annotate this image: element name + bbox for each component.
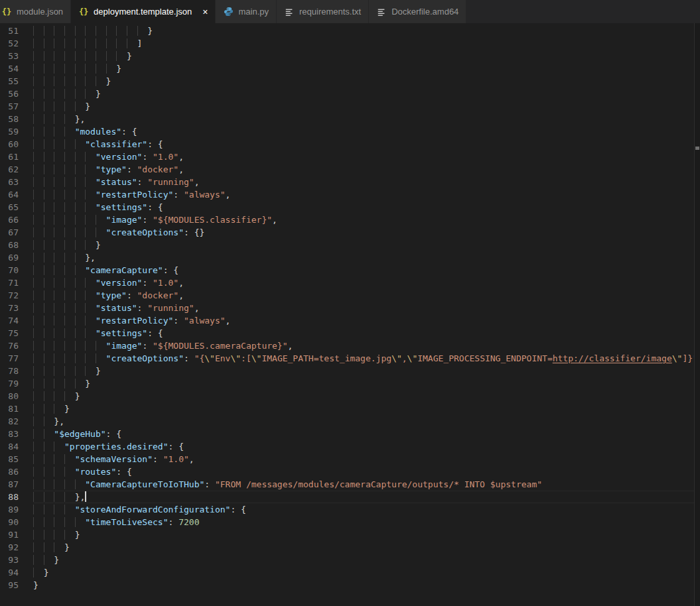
line-number[interactable]: 80 xyxy=(0,390,33,402)
code-line-76[interactable]: 76 "image": "${MODULES.cameraCapture}", xyxy=(0,339,700,352)
code-line-67[interactable]: 67 "createOptions": {} xyxy=(0,226,700,239)
line-number[interactable]: 61 xyxy=(0,151,33,163)
line-number[interactable]: 88 xyxy=(0,491,33,503)
code-line-53[interactable]: 53 } xyxy=(0,50,700,62)
code-line-84[interactable]: 84 "properties.desired": { xyxy=(0,440,700,453)
line-number[interactable]: 82 xyxy=(0,415,33,428)
code-line-95[interactable]: 95} xyxy=(0,579,700,591)
line-number[interactable]: 67 xyxy=(0,226,33,239)
link-text[interactable]: http://classifier/image xyxy=(553,353,672,363)
code-line-75[interactable]: 75 "settings": { xyxy=(0,327,700,339)
tab-requirements.txt[interactable]: requirements.txt xyxy=(277,0,369,23)
line-number[interactable]: 70 xyxy=(0,264,33,276)
tab-deployment.template.json[interactable]: {}deployment.template.json× xyxy=(71,0,216,23)
code-line-81[interactable]: 81 } xyxy=(0,402,700,415)
line-number[interactable]: 89 xyxy=(0,503,33,516)
code-line-82[interactable]: 82 }, xyxy=(0,415,700,428)
code-line-58[interactable]: 58 }, xyxy=(0,113,700,125)
code-line-52[interactable]: 52 ] xyxy=(0,37,700,50)
code-line-86[interactable]: 86 "routes": { xyxy=(0,465,700,478)
code-line-85[interactable]: 85 "schemaVersion": "1.0", xyxy=(0,453,700,465)
code-line-89[interactable]: 89 "storeAndForwardConfiguration": { xyxy=(0,503,700,516)
line-number[interactable]: 66 xyxy=(0,213,33,226)
code-line-79[interactable]: 79 } xyxy=(0,377,700,390)
code-line-83[interactable]: 83 "$edgeHub": { xyxy=(0,428,700,440)
tab-main.py[interactable]: main.py xyxy=(216,0,277,23)
code-line-60[interactable]: 60 "classifier": { xyxy=(0,138,700,151)
code-line-66[interactable]: 66 "image": "${MODULES.classifier}", xyxy=(0,213,700,226)
line-number[interactable]: 78 xyxy=(0,365,33,377)
code-line-63[interactable]: 63 "status": "running", xyxy=(0,176,700,188)
editor[interactable]: 51 }52 ]53 }54 }55 }56 }57 }58 },59 "mod… xyxy=(0,23,700,606)
line-number[interactable]: 83 xyxy=(0,428,33,440)
line-number[interactable]: 72 xyxy=(0,289,33,302)
code-line-62[interactable]: 62 "type": "docker", xyxy=(0,163,700,176)
line-number[interactable]: 74 xyxy=(0,314,33,327)
line-number[interactable]: 87 xyxy=(0,478,33,491)
tab-Dockerfile.amd64[interactable]: Dockerfile.amd64 xyxy=(369,0,466,23)
code-line-70[interactable]: 70 "cameraCapture": { xyxy=(0,264,700,276)
line-number[interactable]: 62 xyxy=(0,163,33,176)
line-number[interactable]: 76 xyxy=(0,339,33,352)
code-line-77[interactable]: 77 "createOptions": "{\"Env\":[\"IMAGE_P… xyxy=(0,352,700,365)
code-line-93[interactable]: 93 } xyxy=(0,554,700,566)
code-line-69[interactable]: 69 }, xyxy=(0,251,700,264)
code-line-54[interactable]: 54 } xyxy=(0,62,700,75)
code-line-72[interactable]: 72 "type": "docker", xyxy=(0,289,700,302)
line-number[interactable]: 77 xyxy=(0,352,33,365)
line-number[interactable]: 93 xyxy=(0,554,33,566)
code-token: } xyxy=(33,580,38,590)
code-line-92[interactable]: 92 } xyxy=(0,541,700,554)
line-number[interactable]: 90 xyxy=(0,516,33,528)
tab-module.json[interactable]: {}module.json xyxy=(0,0,71,23)
line-number[interactable]: 51 xyxy=(0,25,33,37)
code-line-68[interactable]: 68 } xyxy=(0,239,700,251)
code-line-51[interactable]: 51 } xyxy=(0,25,700,37)
code-line-61[interactable]: 61 "version": "1.0", xyxy=(0,151,700,163)
close-icon[interactable]: × xyxy=(202,7,208,17)
scrollbar[interactable] xyxy=(694,23,700,606)
line-number[interactable]: 92 xyxy=(0,541,33,554)
line-number[interactable]: 81 xyxy=(0,402,33,415)
code-line-56[interactable]: 56 } xyxy=(0,88,700,100)
line-number[interactable]: 65 xyxy=(0,201,33,213)
line-number[interactable]: 52 xyxy=(0,37,33,50)
code-line-57[interactable]: 57 } xyxy=(0,100,700,113)
code-line-88[interactable]: 88 }, xyxy=(0,491,700,503)
code-line-73[interactable]: 73 "status": "running", xyxy=(0,302,700,314)
line-number[interactable]: 71 xyxy=(0,276,33,289)
code-line-90[interactable]: 90 "timeToLiveSecs": 7200 xyxy=(0,516,700,528)
line-number[interactable]: 73 xyxy=(0,302,33,314)
code-line-71[interactable]: 71 "version": "1.0", xyxy=(0,276,700,289)
line-number[interactable]: 53 xyxy=(0,50,33,62)
line-number[interactable]: 59 xyxy=(0,125,33,138)
code-line-65[interactable]: 65 "settings": { xyxy=(0,201,700,213)
line-number[interactable]: 85 xyxy=(0,453,33,465)
code-line-91[interactable]: 91 } xyxy=(0,528,700,541)
code-line-74[interactable]: 74 "restartPolicy": "always", xyxy=(0,314,700,327)
line-number[interactable]: 91 xyxy=(0,528,33,541)
line-number[interactable]: 63 xyxy=(0,176,33,188)
line-number[interactable]: 54 xyxy=(0,62,33,75)
code-line-64[interactable]: 64 "restartPolicy": "always", xyxy=(0,188,700,201)
code-line-55[interactable]: 55 } xyxy=(0,75,700,88)
line-number[interactable]: 95 xyxy=(0,579,33,591)
line-number[interactable]: 75 xyxy=(0,327,33,339)
code-line-80[interactable]: 80 } xyxy=(0,390,700,402)
line-number[interactable]: 58 xyxy=(0,113,33,125)
line-number[interactable]: 84 xyxy=(0,440,33,453)
line-number[interactable]: 56 xyxy=(0,88,33,100)
line-number[interactable]: 55 xyxy=(0,75,33,88)
line-number[interactable]: 86 xyxy=(0,465,33,478)
line-number[interactable]: 79 xyxy=(0,377,33,390)
code-line-87[interactable]: 87 "CameraCaptureToIoTHub": "FROM /messa… xyxy=(0,478,700,491)
line-number[interactable]: 68 xyxy=(0,239,33,251)
code-line-78[interactable]: 78 } xyxy=(0,365,700,377)
code-line-94[interactable]: 94 } xyxy=(0,566,700,579)
line-number[interactable]: 64 xyxy=(0,188,33,201)
line-number[interactable]: 57 xyxy=(0,100,33,113)
line-number[interactable]: 69 xyxy=(0,251,33,264)
line-number[interactable]: 60 xyxy=(0,138,33,151)
line-number[interactable]: 94 xyxy=(0,566,33,579)
code-line-59[interactable]: 59 "modules": { xyxy=(0,125,700,138)
